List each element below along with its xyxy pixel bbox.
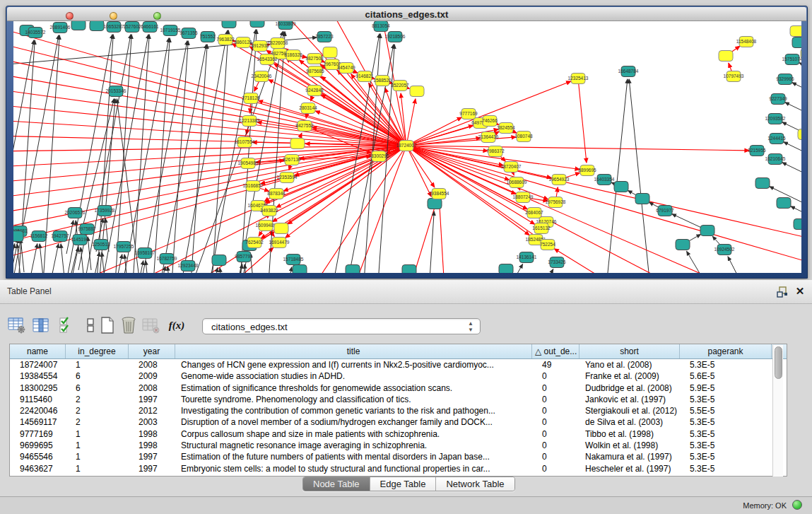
table-cell[interactable]: Tourette syndrome. Phenomenology and cla…: [175, 394, 532, 405]
table-cell[interactable]: 22420046: [10, 405, 66, 416]
table-cell[interactable]: 2: [66, 416, 129, 428]
graph-node[interactable]: [222, 21, 236, 28]
table-cell[interactable]: 9465546: [10, 451, 66, 462]
graph-node[interactable]: [428, 199, 442, 209]
graph-node[interactable]: [212, 255, 226, 266]
graph-node[interactable]: [635, 194, 649, 204]
column-header-short[interactable]: short: [579, 344, 680, 358]
citation-network-graph[interactable]: 1403557220891406106532871527602646616110…: [13, 21, 801, 273]
table-cell[interactable]: 9699695: [10, 440, 66, 451]
graph-node[interactable]: [346, 265, 360, 274]
table-cell[interactable]: Investigating the contribution of common…: [175, 405, 532, 416]
table-row[interactable]: 1830029562008Estimation of significance …: [10, 382, 787, 394]
table-cell[interactable]: Changes of HCN gene expression and I(f) …: [175, 359, 532, 370]
table-cell[interactable]: Wolkin et al. (1998): [579, 440, 680, 451]
graph-node[interactable]: [499, 264, 513, 274]
graph-edge[interactable]: [220, 268, 223, 273]
table-cell[interactable]: 0: [532, 382, 579, 394]
table-cell[interactable]: 2012: [129, 405, 175, 416]
table-cell[interactable]: 5.6E-5: [680, 370, 772, 382]
graph-edge[interactable]: [40, 244, 43, 273]
table-cell[interactable]: 2: [66, 394, 129, 405]
graph-node[interactable]: [293, 265, 307, 274]
combo-stepper-icon[interactable]: ▲▼: [467, 320, 474, 334]
graph-edge[interactable]: [406, 146, 801, 240]
network-selector-combo[interactable]: citations_edges.txt ▲▼: [202, 318, 481, 334]
graph-edge[interactable]: [542, 269, 553, 273]
network-canvas[interactable]: 1403557220891406106532871527602646616110…: [13, 21, 801, 273]
table-cell[interactable]: 1: [66, 463, 129, 474]
graph-node[interactable]: [290, 139, 305, 149]
table-cell[interactable]: Hescheler et al. (1997): [579, 463, 680, 474]
tab-edge-table[interactable]: Edge Table: [370, 477, 437, 491]
table-scrollbar-thumb[interactable]: [775, 346, 782, 379]
table-cell[interactable]: Disruption of a novel member of a sodium…: [175, 416, 532, 428]
table-cell[interactable]: 5.3E-5: [680, 416, 772, 428]
table-cell[interactable]: 9463627: [10, 463, 66, 474]
graph-edge[interactable]: [728, 257, 745, 273]
graph-edge[interactable]: [240, 30, 257, 273]
table-cell[interactable]: Jankovic et al. (1997): [579, 394, 680, 405]
column-header-out-de-[interactable]: △ out_de...: [532, 344, 579, 358]
column-header-name[interactable]: name: [10, 344, 66, 358]
table-cell[interactable]: 6: [66, 382, 129, 394]
graph-edge[interactable]: [792, 83, 801, 100]
graph-edge[interactable]: [13, 74, 406, 146]
table-cell[interactable]: Embryonic stem cells: a model to study s…: [175, 463, 532, 474]
graph-edge[interactable]: [406, 146, 801, 265]
select-columns-icon[interactable]: [31, 315, 51, 335]
table-cell[interactable]: Nakamura et al. (1997): [579, 451, 680, 462]
table-cell[interactable]: 18724007: [10, 359, 66, 370]
table-row[interactable]: 1938455462009Genome-wide association stu…: [10, 370, 787, 382]
graph-edge[interactable]: [167, 267, 171, 273]
graph-edge[interactable]: [429, 211, 434, 273]
graph-edge[interactable]: [406, 146, 749, 151]
graph-edge[interactable]: [406, 137, 516, 146]
table-cell[interactable]: Corpus callosum shape and size in male p…: [175, 428, 532, 440]
table-cell[interactable]: 6: [66, 370, 129, 382]
table-cell[interactable]: 0: [532, 428, 579, 440]
table-cell[interactable]: 5.3E-5: [680, 451, 772, 462]
graph-node[interactable]: [794, 219, 801, 230]
table-cell[interactable]: 2008: [129, 382, 175, 394]
graph-node[interactable]: [676, 240, 690, 250]
graph-edge[interactable]: [13, 146, 406, 182]
graph-edge[interactable]: [782, 163, 801, 180]
graph-node[interactable]: [274, 223, 288, 234]
graph-node[interactable]: [250, 21, 264, 28]
table-cell[interactable]: 0: [532, 451, 579, 462]
graph-edge[interactable]: [13, 146, 406, 167]
graph-edge[interactable]: [114, 35, 131, 273]
graph-edge[interactable]: [146, 261, 149, 273]
graph-edge[interactable]: [285, 267, 292, 273]
column-header-year[interactable]: year: [129, 344, 175, 358]
graph-node[interactable]: [71, 21, 86, 30]
memory-status-icon[interactable]: [792, 500, 802, 510]
table-cell[interactable]: 5.3E-5: [680, 428, 772, 440]
table-cell[interactable]: 19384554: [10, 370, 66, 382]
table-cell[interactable]: 5.3E-5: [680, 440, 772, 451]
table-cell[interactable]: 0: [532, 370, 579, 382]
table-cell[interactable]: 5.3E-5: [680, 463, 772, 474]
table-cell[interactable]: 0: [532, 463, 579, 474]
table-cell[interactable]: 14569117: [10, 416, 66, 428]
graph-node[interactable]: [801, 49, 801, 59]
graph-edge[interactable]: [799, 63, 801, 81]
column-header-in-degree[interactable]: in_degree: [66, 344, 129, 358]
table-cell[interactable]: 0: [532, 440, 579, 451]
graph-node[interactable]: [777, 198, 791, 209]
table-cell[interactable]: 2008: [129, 359, 175, 370]
table-cell[interactable]: 2009: [129, 370, 175, 382]
graph-edge[interactable]: [61, 244, 64, 273]
new-table-icon[interactable]: [98, 315, 117, 335]
table-cell[interactable]: 2003: [129, 416, 175, 428]
table-cell[interactable]: 2: [66, 405, 129, 416]
tab-network-table[interactable]: Network Table: [436, 477, 514, 491]
table-cell[interactable]: 1997: [129, 463, 175, 474]
graph-edge[interactable]: [20, 239, 24, 272]
table-cell[interactable]: 18300295: [10, 382, 66, 394]
table-cell[interactable]: 9115460: [10, 394, 66, 405]
close-panel-icon[interactable]: ✕: [794, 285, 806, 298]
graph-edge[interactable]: [784, 142, 801, 160]
table-row[interactable]: 977716911998Corpus callosum shape and si…: [10, 428, 787, 440]
